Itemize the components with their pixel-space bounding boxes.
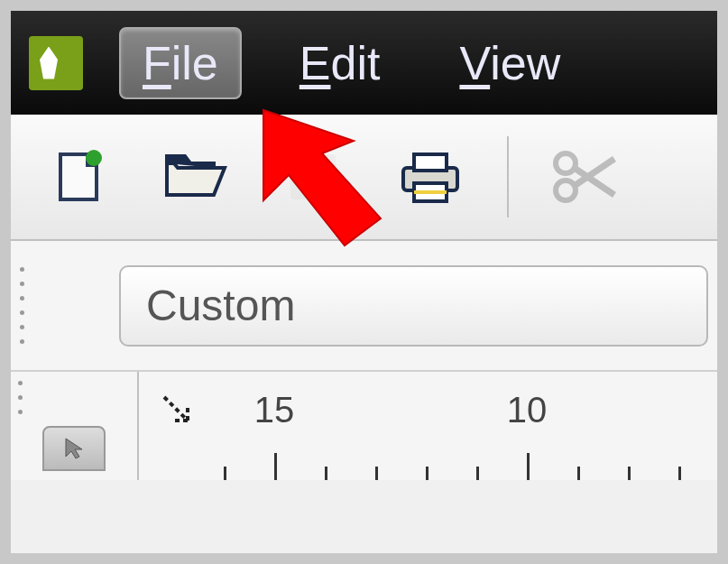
app-logo-icon [29, 36, 83, 90]
menu-view-rest: iew [490, 37, 560, 89]
toolbar-divider [507, 136, 509, 217]
save-icon [281, 145, 345, 208]
svg-rect-5 [414, 190, 447, 194]
svg-point-0 [86, 150, 102, 166]
ruler-label-10: 10 [507, 390, 548, 430]
scissors-icon [549, 145, 622, 208]
menu-file-rest: ile [171, 37, 218, 89]
grip-dots [20, 267, 47, 344]
new-document-button[interactable] [38, 136, 119, 217]
cut-button[interactable] [545, 136, 626, 217]
app-window: File Edit View [11, 11, 717, 553]
ruler-labels: 15 10 [139, 390, 717, 426]
pointer-icon [60, 435, 88, 462]
menu-view-mnemonic: V [459, 37, 490, 89]
menu-bar: File Edit View [11, 11, 717, 115]
menu-file[interactable]: File [119, 27, 242, 99]
menu-edit[interactable]: Edit [278, 29, 402, 97]
print-button[interactable] [390, 136, 471, 217]
ruler-corner-button[interactable] [42, 426, 106, 471]
new-document-icon [47, 145, 110, 208]
ruler-row: 15 10 [11, 372, 717, 480]
printer-icon [394, 145, 466, 208]
dropdown-selected-label: Custom [146, 281, 295, 330]
menu-edit-rest: dit [330, 37, 380, 89]
menu-view[interactable]: View [438, 29, 582, 97]
svg-rect-1 [290, 154, 336, 199]
menu-file-mnemonic: F [143, 37, 171, 89]
open-button[interactable] [155, 136, 236, 217]
menu-edit-mnemonic: E [299, 37, 331, 89]
control-bar: Custom [11, 241, 717, 372]
svg-rect-3 [414, 154, 447, 171]
toolbar [11, 115, 717, 241]
horizontal-ruler[interactable]: 15 10 [137, 372, 717, 480]
grip-dots-2 [18, 381, 23, 414]
save-button[interactable] [272, 136, 354, 217]
ruler-label-15: 15 [254, 390, 295, 430]
paper-size-dropdown[interactable]: Custom [119, 265, 708, 347]
ruler-ticks [139, 444, 717, 480]
ruler-corner [11, 372, 137, 480]
folder-open-icon [160, 145, 232, 208]
